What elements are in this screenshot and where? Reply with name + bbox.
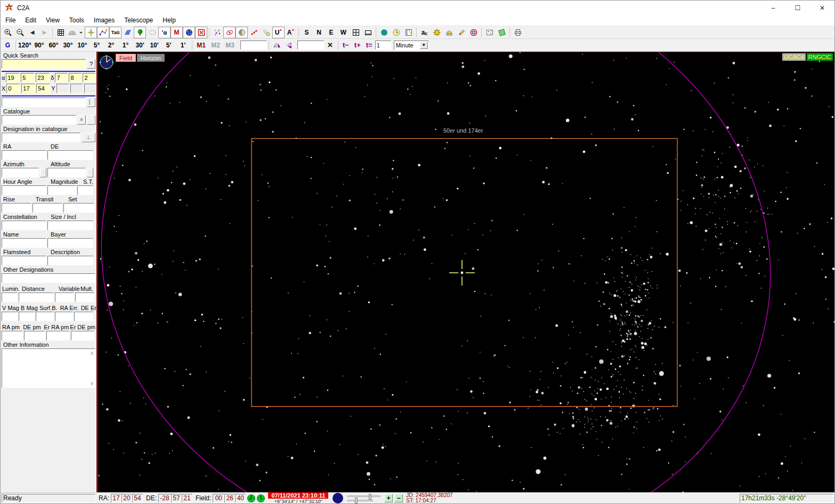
ra-input[interactable] — [2, 150, 46, 160]
fov-60-button[interactable]: 60° — [46, 39, 61, 51]
uranus-labels-icon[interactable]: U+ — [272, 27, 285, 38]
slider-thumb-bottom[interactable] — [355, 498, 358, 503]
cardinal-east-icon[interactable]: E — [325, 27, 337, 38]
earth-map-icon[interactable] — [378, 27, 390, 38]
scroll-up-icon[interactable]: ∧ — [90, 350, 94, 356]
de-pm-input[interactable] — [24, 331, 45, 340]
printer-icon[interactable] — [512, 27, 524, 38]
st-input[interactable] — [77, 185, 93, 195]
x3-input[interactable] — [36, 84, 50, 93]
menu-images[interactable]: Images — [89, 15, 119, 25]
deep-sky-icon[interactable] — [183, 27, 195, 38]
zoom-out-icon[interactable] — [14, 27, 26, 38]
bmag-input[interactable] — [19, 312, 35, 321]
telescope-target-icon[interactable] — [467, 27, 480, 38]
hour-angle-input[interactable] — [2, 185, 46, 195]
asteroid-labels-icon[interactable]: A+ — [285, 27, 297, 38]
star-colors-icon[interactable] — [211, 27, 223, 38]
horizon-landscape-icon[interactable] — [134, 27, 146, 38]
y1-input[interactable] — [56, 84, 69, 93]
planet-orbits-icon[interactable] — [223, 27, 236, 38]
flip-horizontal-icon[interactable] — [271, 39, 283, 51]
memory-3-button[interactable]: M3 — [223, 39, 237, 51]
memory-1-button[interactable]: M1 — [194, 39, 208, 51]
de-d-input[interactable] — [55, 73, 68, 83]
tab-field[interactable]: Field — [116, 54, 136, 62]
description-input[interactable] — [47, 256, 93, 265]
slider-thumb-top[interactable] — [369, 494, 371, 500]
other-designations-input[interactable] — [2, 273, 95, 283]
object-name-input[interactable] — [297, 40, 324, 50]
scroll-down-icon[interactable]: ∨ — [90, 380, 94, 386]
de-err-input[interactable] — [74, 312, 93, 321]
messier-icon[interactable]: M — [171, 27, 183, 38]
maximize-button[interactable]: ☐ — [785, 1, 810, 15]
fov-120-button[interactable]: 120° — [18, 39, 32, 51]
altitude-more-button[interactable]: · — [87, 168, 93, 177]
spin-button[interactable]: ▏ — [87, 97, 95, 107]
slider-track-top[interactable] — [347, 495, 380, 497]
star-names-icon[interactable]: 'α — [158, 27, 171, 38]
comets-icon[interactable] — [260, 27, 272, 38]
flip-vertical-icon[interactable] — [283, 39, 295, 51]
de-s-input[interactable] — [83, 73, 95, 83]
vmag-input[interactable] — [2, 312, 18, 321]
minimize-button[interactable]: – — [761, 1, 785, 15]
clock-icon[interactable] — [390, 27, 402, 38]
rise-input[interactable] — [2, 203, 31, 213]
other-info-textarea[interactable] — [2, 349, 95, 387]
flamsteed-input[interactable] — [2, 256, 46, 265]
zoom-minus-button[interactable]: − — [394, 494, 403, 502]
altitude-input[interactable] — [47, 168, 86, 177]
fov-10m-button[interactable]: 10' — [147, 39, 161, 51]
image-frame-icon[interactable] — [483, 27, 496, 38]
y2-input[interactable] — [70, 84, 83, 93]
moon-phase-icon[interactable] — [236, 27, 248, 38]
de-input[interactable] — [47, 150, 93, 160]
menu-help[interactable]: Help — [158, 15, 181, 25]
fov-5m-button[interactable]: 5' — [161, 39, 176, 51]
time-forward-button[interactable]: t+ — [352, 41, 363, 49]
constellation-input[interactable] — [2, 221, 46, 230]
clear-icon[interactable]: ✕ — [324, 41, 336, 49]
ra-m-input[interactable] — [21, 73, 35, 83]
ecliptic-icon[interactable] — [146, 27, 158, 38]
constellation-lines-icon[interactable] — [97, 27, 109, 38]
menu-file[interactable]: File — [1, 15, 20, 25]
time-unit-select[interactable]: Minute ▼ — [394, 40, 429, 50]
set-input[interactable] — [63, 203, 94, 213]
time-step-input[interactable] — [375, 40, 391, 50]
help-button[interactable]: ? — [87, 59, 95, 69]
fov-10-button[interactable]: 10° — [75, 39, 90, 51]
mult-input[interactable] — [75, 292, 94, 302]
memory-2-button[interactable]: M2 — [208, 39, 223, 51]
cardinal-west-icon[interactable]: W — [337, 27, 350, 38]
fov-30m-button[interactable]: 30' — [133, 39, 147, 51]
tab-horizon[interactable]: Horizon — [137, 54, 165, 62]
x2-input[interactable] — [21, 84, 35, 93]
asteroids-icon[interactable] — [248, 27, 260, 38]
forward-icon[interactable]: ▶ — [38, 27, 51, 38]
menu-telescope[interactable]: Telescope — [119, 15, 158, 25]
sky-chart[interactable]: Field Horizon UCAC4 RNGCIC 50er und 174e… — [96, 52, 834, 492]
milky-way-icon[interactable] — [121, 27, 134, 38]
datetime-widget[interactable]: 07/11/2021 23:10:11 +8°34'14" / +47°31'1… — [268, 492, 328, 504]
options-gear-icon[interactable] — [431, 27, 443, 38]
er-ra-pm-input[interactable] — [46, 331, 70, 340]
quick-search-input[interactable] — [2, 59, 86, 69]
fov-90-button[interactable]: 90° — [32, 39, 46, 51]
x1-input[interactable] — [6, 84, 20, 93]
fov-2-button[interactable]: 2° — [104, 39, 118, 51]
ccd-frame-icon[interactable] — [496, 27, 508, 38]
variable-input[interactable] — [55, 292, 74, 302]
goto-object-button[interactable]: ⊥ — [82, 133, 95, 142]
azimuth-input[interactable] — [2, 168, 39, 177]
magnitude-input[interactable] — [47, 185, 76, 195]
ra-pm-input[interactable] — [2, 331, 23, 340]
object-panel-icon[interactable] — [402, 27, 415, 38]
ra-s-input[interactable] — [36, 73, 50, 83]
menu-edit[interactable]: Edit — [20, 15, 41, 25]
zoom-in-icon[interactable] — [2, 27, 14, 38]
font-settings-icon[interactable]: ac — [418, 27, 431, 38]
catalogue-zoom-button[interactable]: ✕ — [77, 115, 86, 125]
